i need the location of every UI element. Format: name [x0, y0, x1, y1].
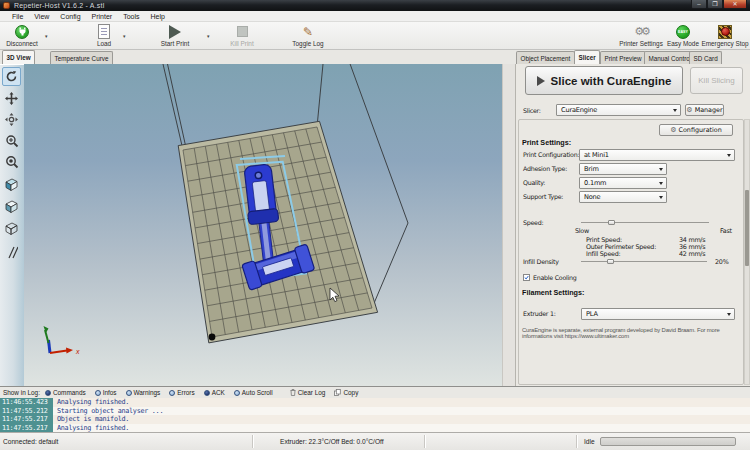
log-filter-commands[interactable]: Commands — [45, 389, 86, 396]
easy-mode-label: Easy Mode — [667, 40, 699, 47]
easy-mode-button[interactable]: EASY Easy Mode — [666, 23, 700, 49]
tab-print-preview[interactable]: Print Preview — [600, 51, 646, 64]
errors-toggle-icon — [169, 390, 175, 396]
menu-help[interactable]: Help — [146, 12, 171, 21]
manager-label: Manager — [695, 106, 723, 114]
print-configuration-arrow-icon — [727, 154, 731, 157]
adhesion-type-select[interactable]: Brim — [579, 163, 667, 175]
parallel-projection-icon — [5, 246, 18, 259]
viewport-3d[interactable]: x — [24, 64, 502, 386]
slicer-select[interactable]: CuraEngine — [556, 104, 681, 116]
tab-3d-view[interactable]: 3D View — [2, 50, 35, 64]
copy-log-button[interactable]: Copy — [334, 389, 358, 397]
log-message: Object is manifold. — [57, 415, 129, 423]
quality-select[interactable]: 0.1mm — [579, 177, 667, 189]
rotate-view-button[interactable] — [2, 67, 21, 86]
log-row: 11:47:55.217Object is manifold. — [0, 415, 750, 424]
adhesion-type-label: Adhesion Type: — [523, 165, 567, 172]
isometric-view-cube-icon — [4, 177, 19, 192]
enable-cooling-checkbox[interactable] — [523, 274, 530, 281]
tab-sd-card[interactable]: SD Card — [689, 51, 722, 64]
move-view-button[interactable] — [2, 89, 21, 108]
panel-splitter[interactable] — [502, 64, 515, 386]
print-configuration-select[interactable]: at Mini1 — [579, 149, 735, 161]
infill-density-slider-thumb[interactable] — [607, 259, 614, 264]
toggle-log-button[interactable]: ✎ Toggle Log — [282, 23, 334, 49]
print-settings-header: Print Settings: — [522, 138, 571, 147]
checkmark-icon — [524, 274, 529, 281]
view-front-button[interactable] — [2, 219, 21, 238]
log-list[interactable]: 11:46:55.423Analysing finished. 11:47:55… — [0, 398, 750, 432]
tab-slicer[interactable]: Slicer — [574, 50, 600, 64]
axis-x-label: x — [75, 348, 80, 355]
extruder-select[interactable]: PLA — [581, 308, 735, 320]
app-icon — [3, 2, 10, 9]
title-bar: Repetier-Host V1.6.2 - A.stl – ❐ ✕ — [0, 0, 750, 11]
menu-tools[interactable]: Tools — [118, 12, 145, 21]
log-filter-warnings[interactable]: Warnings — [126, 389, 161, 396]
view-tool-strip — [0, 64, 24, 386]
slicer-label: Slicer: — [523, 107, 541, 114]
view-isometric-button[interactable] — [2, 175, 21, 194]
trash-icon — [290, 389, 296, 397]
infill-density-slider[interactable] — [581, 261, 707, 262]
warnings-toggle-icon — [126, 390, 132, 396]
adhesion-type-arrow-icon — [659, 168, 663, 171]
parallel-projection-button[interactable] — [2, 243, 21, 262]
toggle-log-pencil-icon: ✎ — [303, 26, 313, 38]
configuration-button[interactable]: ⚙Configuration — [659, 124, 733, 136]
zoom-fit-button[interactable] — [2, 152, 21, 171]
log-filter-ack[interactable]: ACK — [204, 389, 225, 396]
panel-scrollbar[interactable] — [744, 119, 750, 385]
panel-scrollbar-thumb[interactable] — [745, 190, 749, 266]
support-type-select[interactable]: None — [579, 191, 667, 203]
support-type-label: Support Type: — [523, 193, 563, 200]
log-message: Starting object analyser ... — [57, 407, 163, 415]
emergency-stop-button[interactable]: Emergency Stop — [701, 23, 749, 49]
minimize-button[interactable]: – — [691, 0, 707, 9]
printer-settings-button[interactable]: ⚙⚙ Printer Settings — [616, 23, 666, 49]
disconnect-dropdown-arrow[interactable]: ▾ — [45, 33, 48, 39]
manager-button[interactable]: ⚙Manager — [685, 104, 724, 116]
move-viewpoint-button[interactable] — [2, 110, 21, 129]
disconnect-button[interactable]: Disconnect — [2, 23, 42, 49]
errors-label: Errors — [177, 389, 194, 396]
kill-slicing-button[interactable]: Kill Slicing — [690, 67, 743, 94]
close-button[interactable]: ✕ — [723, 0, 747, 9]
clear-log-button[interactable]: Clear Log — [290, 389, 326, 397]
menu-view[interactable]: View — [29, 12, 55, 21]
log-timestamp: 11:46:55.423 — [0, 398, 53, 407]
tab-manual-control[interactable]: Manual Control — [644, 51, 696, 64]
log-filter-auto-scroll[interactable]: Auto Scroll — [234, 389, 273, 396]
zoom-in-button[interactable] — [2, 131, 21, 150]
log-filter-infos[interactable]: Infos — [95, 389, 117, 396]
progress-bar — [600, 437, 736, 446]
view-top-button[interactable] — [2, 197, 21, 216]
speed-slider-thumb[interactable] — [608, 220, 615, 225]
start-print-button[interactable]: Start Print — [145, 23, 205, 49]
move-icon — [4, 91, 19, 106]
emergency-stop-icon — [718, 25, 732, 39]
menu-file[interactable]: File — [7, 12, 29, 21]
maximize-button[interactable]: ❐ — [707, 0, 723, 9]
kill-print-button[interactable]: Kill Print — [218, 23, 266, 49]
menu-printer[interactable]: Printer — [87, 12, 119, 21]
kill-print-icon — [237, 26, 248, 37]
menu-config[interactable]: Config — [55, 12, 86, 21]
speed-label: Speed: — [523, 219, 543, 226]
slice-button[interactable]: Slice with CuraEngine — [525, 66, 683, 95]
start-print-dropdown-arrow[interactable]: ▾ — [207, 33, 210, 39]
temperature-status: Extruder: 22.3°C/Off Bed: 0.0°C/Off — [280, 438, 384, 445]
log-filter-errors[interactable]: Errors — [169, 389, 194, 396]
configuration-label: Configuration — [678, 126, 721, 134]
status-bar: Connected: default Extruder: 22.3°C/Off … — [0, 432, 750, 450]
tab-temperature-curve[interactable]: Temperature Curve — [50, 51, 113, 64]
load-button[interactable]: Load — [88, 23, 120, 49]
copy-icon — [334, 389, 341, 397]
tab-object-placement[interactable]: Object Placement — [516, 51, 575, 64]
load-dropdown-arrow[interactable]: ▾ — [123, 33, 126, 39]
speed-slider[interactable] — [581, 222, 709, 223]
print-configuration-label: Print Configuration: — [523, 151, 579, 158]
print-configuration-value: at Mini1 — [584, 151, 609, 159]
slice-play-icon — [537, 76, 545, 86]
